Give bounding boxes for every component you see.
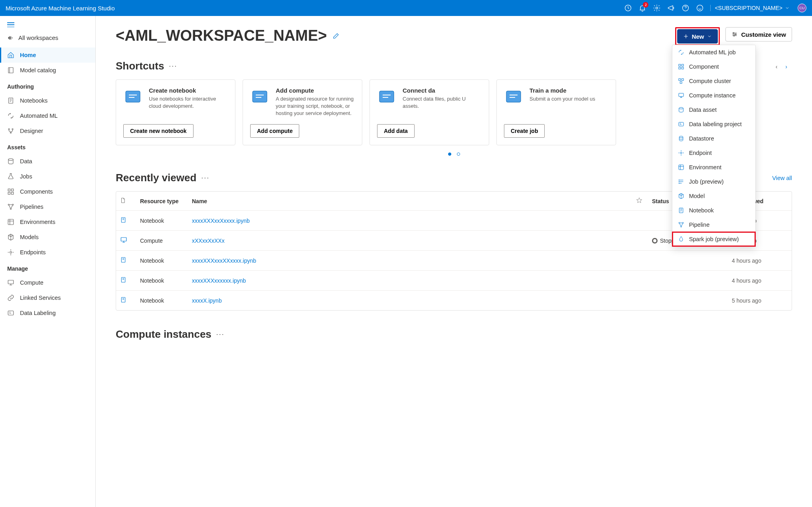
svg-point-23: [734, 35, 735, 36]
notebook-icon: [7, 97, 14, 104]
col-name[interactable]: Name: [192, 198, 636, 204]
dropdown-item-compute-instance[interactable]: Compute instance: [672, 88, 755, 103]
svg-point-43: [680, 226, 682, 227]
card-title: Connect da: [403, 87, 482, 94]
card-desc: A designated resource for running your t…: [276, 95, 355, 117]
sidebar-item-label: Automated ML: [20, 113, 57, 119]
card-desc: Use notebooks for interactive cloud deve…: [149, 95, 228, 110]
sidebar-item-linked-services[interactable]: Linked Services: [0, 290, 95, 305]
sidebar-item-label: Home: [20, 52, 36, 58]
svg-rect-53: [121, 238, 126, 241]
dropdown-item-spark-job-preview-[interactable]: Spark job (preview): [672, 232, 755, 246]
table-row: Notebook xxxxX.ipynb 5 hours ago: [116, 290, 792, 310]
help-icon[interactable]: [682, 4, 690, 12]
carousel-next-icon[interactable]: ›: [782, 62, 790, 71]
svg-rect-27: [682, 67, 684, 69]
sidebar-item-data[interactable]: Data: [0, 154, 95, 169]
sidebar-item-label: Data Labeling: [20, 310, 56, 316]
col-star-icon[interactable]: [636, 197, 652, 205]
sidebar-section-header: Authoring: [0, 78, 95, 93]
subscription-name: <SUBSCRIPTION_NAME>: [715, 5, 782, 11]
dropdown-item-notebook[interactable]: Notebook: [672, 203, 755, 218]
dropdown-item-environment[interactable]: Environment: [672, 160, 755, 174]
svg-point-8: [10, 132, 12, 133]
spark-icon: [678, 236, 684, 242]
carousel-dot-2[interactable]: [457, 152, 460, 156]
svg-rect-5: [9, 98, 13, 103]
dropdown-item-data-labeling-project[interactable]: Data labeling project: [672, 117, 755, 131]
hamburger-icon[interactable]: [7, 22, 14, 27]
dropdown-item-datastore[interactable]: Datastore: [672, 131, 755, 146]
sidebar-item-endpoints[interactable]: Endpoints: [0, 245, 95, 260]
workspace-title: <AML_WORKSPACE_NAME>: [116, 27, 327, 44]
row-name-link[interactable]: xXXxxXxXXx: [192, 238, 636, 244]
edit-icon[interactable]: [332, 32, 340, 40]
dropdown-item-component[interactable]: Component: [672, 59, 755, 74]
sidebar-item-pipelines[interactable]: Pipelines: [0, 199, 95, 214]
dropdown-item-label: Environment: [689, 164, 721, 170]
view-all-link[interactable]: View all: [772, 175, 792, 181]
sidebar-item-jobs[interactable]: Jobs: [0, 169, 95, 184]
new-button[interactable]: New: [677, 29, 718, 44]
dropdown-item-pipeline[interactable]: Pipeline: [672, 218, 755, 232]
sidebar-item-compute[interactable]: Compute: [0, 275, 95, 290]
sidebar-item-model-catalog[interactable]: Model catalog: [0, 63, 95, 78]
sidebar-item-data-labeling[interactable]: Data Labeling: [0, 305, 95, 321]
clock-icon[interactable]: [624, 4, 632, 12]
card-desc: Submit a com your model us: [529, 95, 595, 103]
new-dropdown: Automated ML jobComponentCompute cluster…: [672, 45, 756, 247]
bell-icon[interactable]: 2: [638, 4, 646, 12]
back-label: All workspaces: [18, 34, 58, 41]
avatar[interactable]: CU: [798, 4, 806, 12]
dropdown-item-compute-cluster[interactable]: Compute cluster: [672, 74, 755, 88]
customize-view-button[interactable]: Customize view: [725, 27, 792, 42]
row-name-link[interactable]: xxxxX.ipynb: [192, 297, 636, 304]
book-icon: [7, 67, 14, 74]
carousel-dot-1[interactable]: [448, 152, 451, 156]
megaphone-icon[interactable]: [667, 4, 675, 12]
sidebar-item-notebooks[interactable]: Notebooks: [0, 93, 95, 108]
recent-more-icon[interactable]: ···: [201, 174, 209, 182]
col-type[interactable]: Resource type: [140, 198, 192, 204]
sidebar-item-label: Notebooks: [20, 97, 47, 104]
dropdown-item-endpoint[interactable]: Endpoint: [672, 146, 755, 160]
card-action-button[interactable]: Create new notebook: [123, 124, 194, 138]
compute-instances-more-icon[interactable]: ···: [216, 330, 225, 339]
sidebar-item-automated-ml[interactable]: Automated ML: [0, 108, 95, 123]
card-action-button[interactable]: Create job: [504, 124, 545, 138]
all-workspaces-back[interactable]: All workspaces: [0, 31, 95, 48]
card-action-button[interactable]: Add compute: [250, 124, 299, 138]
sidebar-item-components[interactable]: Components: [0, 184, 95, 199]
row-name-link[interactable]: xxxxXXXxxxXXxxxx.ipynb: [192, 257, 636, 264]
label-icon: [7, 309, 14, 317]
shortcuts-more-icon[interactable]: ···: [169, 62, 177, 70]
dropdown-item-job-preview-[interactable]: Job (preview): [672, 174, 755, 189]
link-icon: [7, 294, 14, 301]
dropdown-item-label: Notebook: [689, 207, 714, 214]
row-name-link[interactable]: xxxxXXXxxXxxxx.ipynb: [192, 218, 636, 224]
sidebar-item-designer[interactable]: Designer: [0, 123, 95, 139]
dropdown-item-automated-ml-job[interactable]: Automated ML job: [672, 45, 755, 59]
notification-badge: 2: [643, 2, 648, 8]
sidebar-item-label: Linked Services: [20, 295, 61, 301]
smile-icon[interactable]: [696, 4, 704, 12]
card-action-button[interactable]: Add data: [377, 124, 415, 138]
sidebar-item-models[interactable]: Models: [0, 230, 95, 245]
dropdown-item-model[interactable]: Model: [672, 189, 755, 203]
card-title: Create notebook: [149, 87, 228, 94]
sidebar-item-home[interactable]: Home: [0, 48, 95, 63]
dropdown-item-label: Datastore: [689, 135, 714, 142]
svg-rect-33: [679, 122, 684, 126]
job-icon: [678, 178, 684, 185]
dropdown-item-label: Automated ML job: [689, 49, 736, 55]
svg-rect-11: [12, 189, 14, 191]
sidebar-item-environments[interactable]: Environments: [0, 214, 95, 230]
svg-point-35: [680, 152, 682, 154]
svg-point-9: [8, 158, 13, 160]
gear-icon[interactable]: [653, 4, 661, 12]
subscription-picker[interactable]: <SUBSCRIPTION_NAME>: [710, 5, 790, 11]
dropdown-item-data-asset[interactable]: Data asset: [672, 103, 755, 117]
carousel-prev-icon[interactable]: ‹: [772, 62, 781, 71]
connect-icon: [377, 87, 396, 106]
row-name-link[interactable]: xxxxXXXxxxxxx.ipynb: [192, 277, 636, 284]
